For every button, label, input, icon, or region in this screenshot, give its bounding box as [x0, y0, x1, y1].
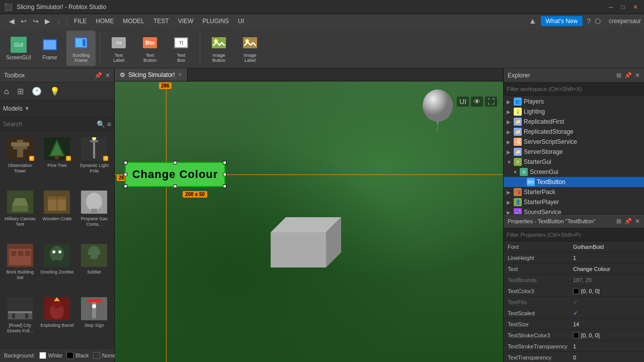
textcolor3-swatch[interactable]: [573, 288, 579, 294]
tab-bulb-icon[interactable]: 💡: [50, 86, 60, 96]
image-button-button[interactable]: Image Button: [204, 31, 233, 66]
list-item[interactable]: Wooden Crate: [39, 187, 75, 239]
tree-item-server-storage[interactable]: ▶ 📁 ServerStorage: [504, 147, 644, 157]
handle-tl[interactable]: [124, 161, 127, 164]
tree-item-screen-gui[interactable]: ▼ 🖥 ScreenGui: [504, 167, 644, 177]
handle-bm[interactable]: [174, 185, 177, 188]
prop-textcolor3[interactable]: TextColor3 [0, 0, 0]: [504, 286, 644, 297]
back-icon[interactable]: ◀: [7, 16, 17, 26]
list-item[interactable]: Brick Building Set: [2, 240, 38, 293]
tree-item-server-script-service[interactable]: ▶ 📜 ServerScriptService: [504, 137, 644, 147]
prop-textscaled[interactable]: TextScaled ✓: [504, 308, 644, 319]
menu-home[interactable]: HOME: [92, 16, 118, 26]
properties-close-icon[interactable]: ✕: [635, 218, 640, 225]
close-button[interactable]: ✕: [631, 4, 640, 11]
prop-font[interactable]: Font GothamBold: [504, 241, 644, 252]
tab-close-icon[interactable]: ✕: [178, 72, 182, 77]
list-item[interactable]: Propane Gas Conta...: [76, 187, 112, 239]
menu-ui[interactable]: UI: [234, 16, 248, 26]
tree-item-text-button[interactable]: Btn TextButton: [504, 177, 644, 187]
menu-file[interactable]: FILE: [70, 16, 91, 26]
explorer-expand-icon[interactable]: ⊞: [616, 72, 621, 79]
forward-icon[interactable]: ▶: [43, 16, 52, 26]
menu-model[interactable]: MODEL: [119, 16, 148, 26]
more-icon[interactable]: ⋮: [54, 18, 63, 25]
models-dropdown-arrow[interactable]: ▼: [25, 106, 30, 111]
handle-tm[interactable]: [174, 161, 177, 164]
properties-expand-icon[interactable]: ⊞: [616, 218, 621, 225]
prop-textstroketransparency[interactable]: TextStrokeTransparency 1: [504, 341, 644, 352]
whats-new-button[interactable]: What's New: [541, 16, 583, 26]
redo-icon[interactable]: ↪: [31, 16, 41, 26]
handle-mr[interactable]: [223, 173, 226, 176]
textstrokecolor3-swatch[interactable]: [573, 332, 579, 338]
filter-icon[interactable]: ≡: [107, 120, 111, 128]
list-item[interactable]: Exploding Barrel: [39, 294, 75, 346]
list-item[interactable]: Drooling Zombie: [39, 240, 75, 293]
canvas-area[interactable]: UI 👁 ⛶ 286 26 Change Colour: [115, 81, 503, 362]
bg-black-option[interactable]: Black: [66, 352, 89, 359]
tree-item-starter-player[interactable]: ▶ 👤 StarterPlayer: [504, 197, 644, 207]
menu-test[interactable]: TEST: [149, 16, 173, 26]
properties-search-input[interactable]: [507, 232, 641, 238]
text-button-button[interactable]: Btn Text Button: [135, 31, 165, 66]
explorer-pin-icon[interactable]: 📌: [624, 72, 632, 79]
image-label-button[interactable]: Image Label: [235, 31, 265, 66]
prop-text[interactable]: Text Change Colour: [504, 263, 644, 275]
properties-pin-icon[interactable]: 📌: [624, 218, 632, 225]
search-input[interactable]: [3, 121, 95, 128]
list-item[interactable]: ⭐ Observation Tower: [2, 134, 38, 186]
tab-home-icon[interactable]: ⌂: [4, 87, 9, 96]
bg-none-option[interactable]: None: [93, 352, 115, 359]
prop-textsize[interactable]: TextSize 14: [504, 319, 644, 330]
text-label-button[interactable]: Aa Text Label: [104, 31, 133, 66]
tree-item-lighting[interactable]: ▶ 💡 Lighting: [504, 107, 644, 117]
textscaled-check[interactable]: ✓: [573, 310, 578, 317]
scrolling-frame-button[interactable]: Scrolling Frame: [66, 31, 96, 66]
prop-texttransparency[interactable]: TextTransparency 0: [504, 352, 644, 362]
list-item[interactable]: Soldier: [76, 240, 112, 293]
list-item[interactable]: [Road] City Streets Full...: [2, 294, 38, 346]
menu-view[interactable]: VIEW: [174, 16, 198, 26]
explorer-search-input[interactable]: [507, 86, 641, 92]
list-item[interactable]: Stop Sign: [76, 294, 112, 346]
text-box-button[interactable]: T| Text Box: [167, 31, 196, 66]
collapse-icon[interactable]: ▲: [529, 17, 537, 26]
prop-textstrokecolor3[interactable]: TextStrokeColor3 [0, 0, 0]: [504, 330, 644, 341]
prop-lineheight[interactable]: LineHeight 1: [504, 252, 644, 263]
tree-arrow: ▼: [513, 169, 518, 175]
textfits-check: ✓: [573, 299, 578, 306]
eye-icon[interactable]: 👁: [471, 97, 483, 107]
tree-item-players[interactable]: ▶ 👥 Players: [504, 97, 644, 107]
tree-item-replicated-storage[interactable]: ▶ 📁 ReplicatedStorage: [504, 127, 644, 137]
tree-item-sound-service[interactable]: ▶ 🔊 SoundService: [504, 207, 644, 214]
menu-plugins[interactable]: PLUGINS: [198, 16, 233, 26]
tree-item-starter-pack[interactable]: ▶ 🎒 StarterPack: [504, 187, 644, 197]
tab-clock-icon[interactable]: 🕐: [32, 86, 42, 96]
toolbox-pin-icon[interactable]: 📌: [95, 72, 102, 79]
tab-grid-icon[interactable]: ⊞: [17, 86, 24, 96]
bg-white-option[interactable]: White: [39, 352, 62, 359]
maximize-button[interactable]: □: [619, 4, 627, 11]
list-item[interactable]: Military Canvas Tent: [2, 187, 38, 239]
explorer-close-icon[interactable]: ✕: [635, 72, 640, 79]
help-icon[interactable]: ?: [587, 17, 591, 25]
starter-player-icon: 👤: [514, 198, 522, 206]
handle-ml[interactable]: [124, 173, 127, 176]
tab-slicing-simulator[interactable]: ⚙ Slicing Simulator! ✕: [115, 68, 188, 81]
expand-icon[interactable]: ⛶: [485, 97, 497, 107]
list-item[interactable]: ⭐ Pine Tree: [39, 134, 75, 186]
frame-button[interactable]: Frame: [35, 31, 64, 66]
list-item[interactable]: ⭐ Dynamic Light Pole: [76, 134, 112, 186]
handle-bl[interactable]: [124, 185, 127, 188]
screengui-button[interactable]: GUI ScreenGUI: [4, 31, 33, 66]
minimize-button[interactable]: ─: [607, 4, 615, 11]
tree-item-starter-gui[interactable]: ▼ 🖥 StarterGui: [504, 157, 644, 167]
change-colour-button[interactable]: Change Colour: [125, 162, 225, 187]
handle-br[interactable]: [223, 185, 226, 188]
handle-tr[interactable]: [223, 161, 226, 164]
undo-icon[interactable]: ↩: [19, 16, 29, 26]
toolbox-close-icon[interactable]: ✕: [105, 72, 110, 79]
tree-item-replicated-first[interactable]: ▶ 📁 ReplicatedFirst: [504, 117, 644, 127]
share-icon[interactable]: ⬡: [595, 17, 601, 25]
